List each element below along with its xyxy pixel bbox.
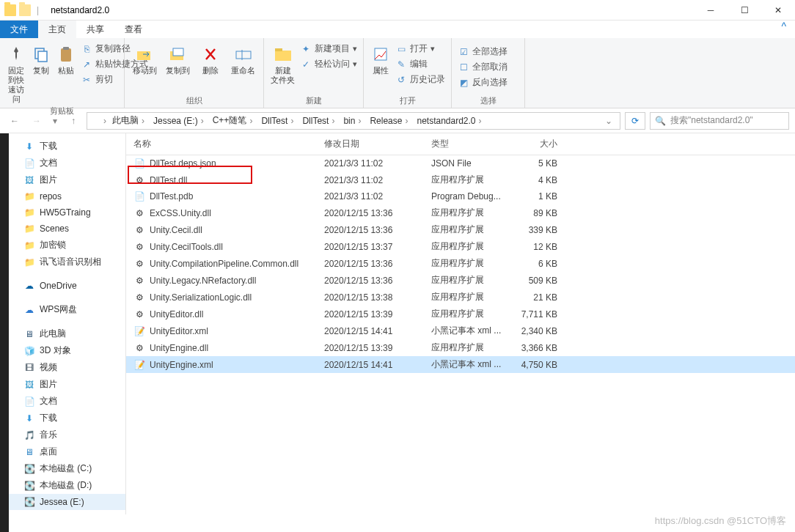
up-button[interactable]: ↑ — [65, 112, 82, 130]
tree-item[interactable]: 🖼图片 — [9, 171, 125, 188]
select-all-button[interactable]: ☑全部选择 — [458, 45, 508, 58]
tree-item[interactable]: 📄文档 — [9, 393, 125, 410]
tree-icon: 🎵 — [23, 429, 35, 441]
easy-access-button[interactable]: ✓轻松访问 ▾ — [300, 58, 357, 70]
recent-button[interactable]: ▾ — [50, 112, 60, 130]
tree-item[interactable]: 🎞视频 — [9, 359, 125, 376]
file-date: 2020/12/15 13:36 — [317, 273, 424, 288]
tab-file[interactable]: 文件 — [0, 21, 38, 38]
tab-share[interactable]: 共享 — [76, 21, 114, 38]
breadcrumb-item[interactable]: bin› — [339, 116, 365, 126]
refresh-button[interactable]: ⟳ — [625, 112, 645, 130]
file-row[interactable]: 📝UnityEngine.xml2020/12/15 14:41小黑记事本 xm… — [126, 356, 795, 373]
close-button[interactable]: ✕ — [761, 0, 795, 21]
paste-button[interactable]: 粘贴 — [56, 41, 76, 75]
file-row[interactable]: ⚙Unity.Cecil.dll2020/12/15 13:36应用程序扩展33… — [126, 221, 795, 238]
col-size[interactable]: 大小 — [509, 133, 565, 155]
tree-item[interactable]: ⬇下载 — [9, 410, 125, 426]
tree-item[interactable]: 💽本地磁盘 (D:) — [9, 477, 125, 494]
tree-item[interactable]: 📁repos — [9, 188, 125, 204]
file-row[interactable]: ⚙UnityEditor.dll2020/12/15 13:39应用程序扩展7,… — [126, 306, 795, 322]
tree-item[interactable]: 💽Jessea (E:) — [9, 494, 125, 510]
file-row[interactable]: ⚙Unity.CompilationPipeline.Common.dll202… — [126, 255, 795, 272]
back-button[interactable]: ← — [6, 112, 23, 130]
breadcrumb-item[interactable]: DllTest› — [257, 116, 298, 126]
invert-selection-button[interactable]: ◩反向选择 — [458, 76, 508, 89]
file-row[interactable]: 📝UnityEditor.xml2020/12/15 14:41小黑记事本 xm… — [126, 322, 795, 339]
file-type: 应用程序扩展 — [424, 171, 509, 188]
breadcrumb-item[interactable]: 此电脑› — [108, 114, 149, 127]
tree-label: 视频 — [40, 361, 57, 374]
new-folder-button[interactable]: 新建 文件夹 — [270, 41, 296, 85]
ribbon-collapse-icon[interactable]: ^ — [772, 21, 795, 38]
delete-button[interactable]: 删除 — [197, 41, 225, 75]
file-row[interactable]: ⚙Unity.CecilTools.dll2020/12/15 13:37应用程… — [126, 238, 795, 255]
tree-item[interactable]: ☁WPS网盘 — [9, 301, 125, 318]
select-none-button[interactable]: ☐全部取消 — [458, 61, 508, 73]
paste-icon — [56, 44, 76, 64]
tree-item[interactable]: 🧊3D 对象 — [9, 342, 125, 359]
column-headers[interactable]: 名称 修改日期 类型 大小 — [126, 133, 795, 155]
open-button[interactable]: ▭打开 ▾ — [395, 43, 445, 55]
file-name: Unity.CompilationPipeline.Common.dll — [150, 259, 298, 269]
edit-button[interactable]: ✎编辑 — [395, 58, 445, 70]
tree-item[interactable]: ☁OneDrive — [9, 278, 125, 294]
breadcrumb-item[interactable]: DllTest› — [298, 116, 339, 126]
move-to-button[interactable]: 移动到 — [131, 41, 159, 75]
new-item-button[interactable]: ✦新建项目 ▾ — [300, 43, 357, 55]
copy-button[interactable]: 复制 — [31, 41, 51, 75]
tree-item[interactable]: 📄文档 — [9, 155, 125, 171]
tree-icon: ☁ — [23, 304, 35, 316]
nav-tree[interactable]: ⬇下载📄文档🖼图片📁repos📁HW5GTraing📁Scenes📁加密锁📁讯飞… — [9, 133, 126, 514]
group-label: 新建 — [270, 94, 357, 106]
tree-item[interactable]: 🎵音乐 — [9, 426, 125, 443]
chevron-right-icon: › — [249, 116, 252, 126]
tree-icon: 📄 — [23, 396, 35, 407]
file-row[interactable]: ⚙Unity.Legacy.NRefactory.dll2020/12/15 1… — [126, 272, 795, 289]
tree-item[interactable]: 📁HW5GTraing — [9, 204, 125, 221]
menu-tabs: 文件 主页 共享 查看 ^ — [0, 21, 795, 38]
file-row[interactable]: ⚙Unity.SerializationLogic.dll2020/12/15 … — [126, 289, 795, 306]
chevron-right-icon[interactable]: › — [103, 116, 106, 126]
tree-item[interactable]: 🖥桌面 — [9, 443, 125, 460]
breadcrumb-item[interactable]: Release› — [365, 116, 412, 126]
address-dropdown-icon[interactable]: ⌄ — [601, 116, 617, 126]
file-row[interactable]: 📄DllTest.pdb2021/3/3 11:02Program Debug.… — [126, 188, 795, 204]
col-name[interactable]: 名称 — [126, 133, 317, 155]
file-row[interactable]: ⚙UnityEngine.dll2020/12/15 13:39应用程序扩展3,… — [126, 339, 795, 356]
pin-button[interactable]: 固定到快 速访问 — [6, 41, 26, 104]
col-date[interactable]: 修改日期 — [317, 133, 424, 155]
tree-item[interactable]: 🖥此电脑 — [9, 325, 125, 342]
tree-item[interactable]: ⬇下载 — [9, 138, 125, 155]
maximize-button[interactable]: ☐ — [728, 0, 761, 21]
file-size: 7,711 KB — [509, 307, 565, 322]
search-input[interactable]: 🔍 搜索"netstandard2.0" — [650, 112, 789, 130]
minimize-button[interactable]: ─ — [694, 0, 728, 21]
chevron-right-icon: › — [479, 116, 482, 126]
rename-button[interactable]: 重命名 — [229, 41, 257, 75]
tree-icon: 💽 — [23, 496, 35, 508]
folder-icon — [4, 4, 16, 16]
tree-item[interactable]: 📁讯飞语音识别相 — [9, 254, 125, 270]
tab-view[interactable]: 查看 — [114, 21, 153, 38]
tree-item[interactable]: 💽本地磁盘 (C:) — [9, 460, 125, 477]
file-date: 2020/12/15 13:37 — [317, 240, 424, 254]
col-type[interactable]: 类型 — [424, 133, 509, 155]
address-bar[interactable]: › 此电脑›Jessea (E:)›C++随笔›DllTest›DllTest›… — [87, 112, 620, 130]
path-icon: ⎘ — [81, 43, 92, 55]
properties-button[interactable]: 属性 — [370, 41, 391, 75]
history-button[interactable]: ↺历史记录 — [395, 73, 445, 86]
tree-item[interactable]: 📁Scenes — [9, 221, 125, 237]
tab-home[interactable]: 主页 — [38, 21, 76, 38]
tree-label: 本地磁盘 (D:) — [40, 479, 92, 492]
tree-item[interactable]: 📁加密锁 — [9, 237, 125, 254]
file-name: UnityEditor.xml — [150, 326, 208, 336]
forward-button[interactable]: → — [28, 112, 45, 130]
tree-item[interactable]: 🖼图片 — [9, 376, 125, 393]
breadcrumb-item[interactable]: netstandard2.0› — [412, 116, 486, 126]
file-row[interactable]: ⚙ExCSS.Unity.dll2020/12/15 13:36应用程序扩展89… — [126, 204, 795, 221]
file-icon: 📝 — [133, 325, 145, 337]
copy-to-button[interactable]: 复制到 — [164, 41, 192, 75]
breadcrumb-item[interactable]: Jessea (E:)› — [149, 116, 208, 126]
breadcrumb-item[interactable]: C++随笔› — [208, 114, 257, 127]
